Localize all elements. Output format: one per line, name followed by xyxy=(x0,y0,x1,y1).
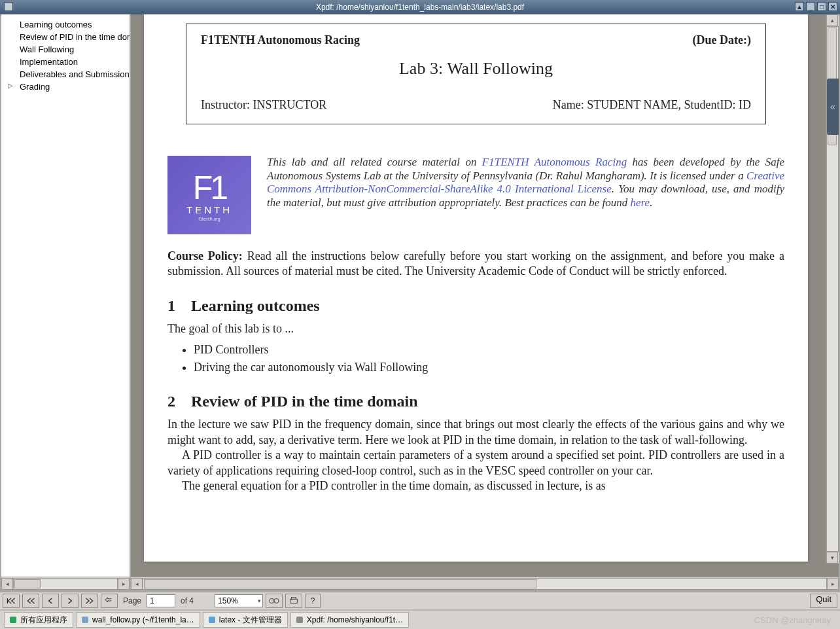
scroll-track[interactable] xyxy=(13,578,118,590)
f1tenth-logo: F1 TENTH f1tenth.org xyxy=(167,156,251,234)
print-button[interactable] xyxy=(285,594,302,608)
outline-item[interactable]: Wall Following xyxy=(1,43,130,56)
task-label: Xpdf: /home/shiyanlou/f1t… xyxy=(307,615,403,624)
next-10-button[interactable] xyxy=(81,594,98,608)
section-2-p3: The general equation for a PID controlle… xyxy=(167,478,784,494)
scroll-up-icon[interactable]: ▴ xyxy=(826,14,838,26)
section-1-body: The goal of this lab is to ... xyxy=(167,321,784,336)
zoom-value: 150% xyxy=(218,596,238,605)
task-item[interactable]: Xpdf: /home/shiyanlou/f1t… xyxy=(290,612,409,628)
task-icon xyxy=(209,617,215,623)
watermark: CSDN @zhangrelay xyxy=(754,615,831,625)
content-area: Learning outcomes Review of PID in the t… xyxy=(0,14,840,591)
svg-rect-3 xyxy=(291,598,296,600)
help-button[interactable]: ? xyxy=(305,594,321,608)
maximize-icon[interactable]: □ xyxy=(817,2,826,11)
taskbar: 所有应用程序 wall_follow.py (~/f1tenth_la… lat… xyxy=(0,609,840,629)
back-history-button[interactable] xyxy=(101,594,118,608)
right-drawer-handle[interactable]: « xyxy=(827,79,839,135)
prev-10-button[interactable] xyxy=(22,594,39,608)
outline-item[interactable]: Deliverables and Submission xyxy=(1,68,130,81)
find-button[interactable] xyxy=(266,594,283,608)
lab-title: Lab 3: Wall Following xyxy=(201,59,751,79)
prev-page-button[interactable] xyxy=(42,594,59,608)
scroll-right-icon[interactable]: ▸ xyxy=(827,578,839,590)
svg-rect-2 xyxy=(290,599,298,603)
page-input[interactable] xyxy=(147,594,175,607)
quit-button[interactable]: Quit xyxy=(810,594,837,608)
course-policy: Course Policy: Read all the instructions… xyxy=(167,249,784,279)
task-icon xyxy=(82,617,88,623)
logo-tenth: TENTH xyxy=(186,204,232,215)
due-date: (Due Date:) xyxy=(693,33,751,47)
page-label: Page xyxy=(123,596,141,605)
outline-hscroll[interactable]: ◂ ▸ xyxy=(1,577,130,590)
minimize-icon[interactable]: _ xyxy=(806,2,815,11)
task-item[interactable]: latex - 文件管理器 xyxy=(203,612,288,628)
viewer-hscroll[interactable]: ◂ ▸ xyxy=(131,577,839,590)
scroll-track[interactable] xyxy=(143,578,827,590)
logo-f1: F1 xyxy=(193,169,226,207)
bottom-toolbar: Page of 4 150% ? Quit xyxy=(0,591,840,609)
scroll-left-icon[interactable]: ◂ xyxy=(131,578,143,590)
task-label: wall_follow.py (~/f1tenth_la… xyxy=(92,615,194,624)
section-1-list: PID Controllers Driving the car autonomo… xyxy=(194,343,784,374)
header-box: F1TENTH Autonomous Racing (Due Date:) La… xyxy=(186,24,766,124)
outline-pane: Learning outcomes Review of PID in the t… xyxy=(1,14,131,590)
zoom-combo[interactable]: 150% xyxy=(215,594,263,607)
page-total: of 4 xyxy=(181,596,194,605)
svg-point-0 xyxy=(270,598,274,603)
task-label: latex - 文件管理器 xyxy=(219,615,282,626)
task-item[interactable]: wall_follow.py (~/f1tenth_la… xyxy=(76,612,200,628)
close-icon[interactable]: ✕ xyxy=(828,2,837,11)
section-2-p2: A PID controller is a way to maintain ce… xyxy=(167,448,784,478)
apps-icon xyxy=(10,617,16,623)
list-item: Driving the car autonomously via Wall Fo… xyxy=(194,361,784,374)
app-icon xyxy=(4,2,13,11)
license-text: This lab and all related course material… xyxy=(267,156,784,234)
outline-item[interactable]: Learning outcomes xyxy=(1,18,130,31)
scroll-down-icon[interactable]: ▾ xyxy=(826,552,838,564)
apps-menu-button[interactable]: 所有应用程序 xyxy=(4,612,73,628)
viewer-inner[interactable]: F1TENTH Autonomous Racing (Due Date:) La… xyxy=(131,14,839,577)
student-field: Name: STUDENT NAME, StudentID: ID xyxy=(553,98,751,112)
instructor-field: Instructor: INSTRUCTOR xyxy=(201,98,326,112)
outline-item[interactable]: Review of PID in the time domain xyxy=(1,31,130,43)
list-item: PID Controllers xyxy=(194,343,784,357)
window-title: Xpdf: /home/shiyanlou/f1tenth_labs-main/… xyxy=(316,3,524,12)
apps-label: 所有应用程序 xyxy=(20,615,67,626)
outline-item[interactable]: Implementation xyxy=(1,56,130,68)
outline-item[interactable]: Grading xyxy=(1,81,130,93)
titlebar[interactable]: Xpdf: /home/shiyanlou/f1tenth_labs-main/… xyxy=(0,0,840,14)
section-2-heading: 2Review of PID in the time domain xyxy=(167,393,784,410)
link-f1tenth[interactable]: F1TENTH Autonomous Racing xyxy=(482,156,627,168)
section-1-heading: 1Learning outcomes xyxy=(167,297,784,315)
link-here[interactable]: here xyxy=(631,196,650,209)
svg-point-1 xyxy=(274,598,279,603)
first-page-button[interactable] xyxy=(3,594,20,608)
section-2-p1: In the lecture we saw PID in the frequen… xyxy=(167,417,784,448)
next-page-button[interactable] xyxy=(61,594,79,608)
course-name: F1TENTH Autonomous Racing xyxy=(201,33,360,47)
scroll-right-icon[interactable]: ▸ xyxy=(118,578,130,590)
scroll-left-icon[interactable]: ◂ xyxy=(1,578,13,590)
rollup-icon[interactable]: ▲ xyxy=(795,2,804,11)
scroll-thumb[interactable] xyxy=(144,579,536,588)
scroll-thumb[interactable] xyxy=(14,579,41,588)
viewer-pane: F1TENTH Autonomous Racing (Due Date:) La… xyxy=(131,14,839,590)
task-icon xyxy=(296,617,303,623)
pdf-page: F1TENTH Autonomous Racing (Due Date:) La… xyxy=(144,14,808,562)
logo-sub: f1tenth.org xyxy=(198,217,220,221)
